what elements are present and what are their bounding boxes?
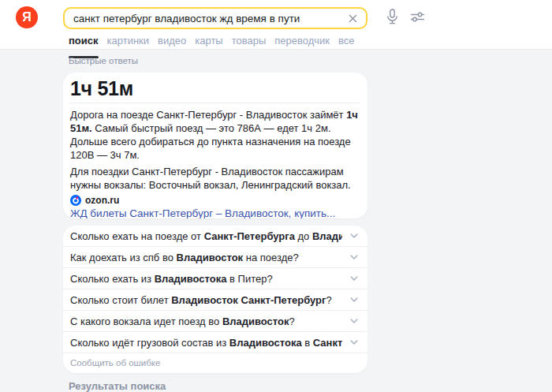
question-text: Сколько идёт грузовой состав из Владивос…: [70, 337, 342, 349]
question-row-3[interactable]: Сколько ехать из Владивостока в Питер?: [63, 268, 367, 289]
answer-paragraph-1-prefix: Дорога на поезде Санкт-Петербург - Влади…: [70, 109, 346, 121]
question-text: Сколько ехать из Владивостока в Питер?: [70, 273, 273, 285]
question-row-2[interactable]: Как доехать из спб во Владивосток на пое…: [63, 247, 367, 268]
chevron-down-icon: [349, 337, 360, 348]
voice-search-button[interactable]: [386, 9, 398, 25]
question-row-1[interactable]: Сколько ехать на поезде от Санкт-Петербу…: [63, 226, 367, 247]
tab-maps[interactable]: карты: [195, 35, 222, 51]
quick-answers-label: Быстрые ответы: [69, 56, 138, 65]
question-row-5[interactable]: С какого вокзала идет поезд во Владивост…: [63, 311, 367, 332]
question-text: Как доехать из спб во Владивосток на пое…: [70, 252, 299, 263]
tab-images[interactable]: картинки: [107, 35, 150, 51]
chevron-down-icon: [349, 273, 360, 284]
quick-answer-headline: 1ч 51м: [70, 78, 360, 99]
search-settings-button[interactable]: [410, 11, 425, 23]
answer-paragraph-2: Для поездки Санкт-Петербург - Владивосто…: [70, 165, 360, 192]
ozon-favicon: [70, 195, 81, 206]
question-row-6[interactable]: Сколько идёт грузовой состав из Владивос…: [63, 332, 367, 353]
tab-search[interactable]: поиск: [69, 35, 99, 51]
yandex-logo-letter: Я: [22, 10, 32, 24]
question-text: Сколько ехать на поезде от Санкт-Петербу…: [70, 230, 342, 242]
tab-goods[interactable]: товары: [232, 35, 267, 51]
source-domain: ozon.ru: [85, 195, 119, 206]
clear-search-button[interactable]: [346, 12, 359, 24]
tab-video[interactable]: видео: [158, 35, 186, 51]
answer-paragraph-1-suffix: Самый быстрый поезд — это 786А — едет 1ч…: [70, 122, 351, 161]
quick-answer-card: 1ч 51м Дорога на поезде Санкт-Петербург …: [63, 73, 367, 218]
chevron-down-icon: [349, 252, 360, 263]
source-link[interactable]: ЖД билеты Санкт-Петербург – Владивосток,…: [70, 207, 360, 218]
search-bar[interactable]: [63, 7, 367, 29]
x-icon: [348, 13, 358, 24]
question-text: С какого вокзала идет поезд во Владивост…: [70, 315, 295, 327]
answer-paragraph-1: Дорога на поезде Санкт-Петербург - Влади…: [70, 108, 360, 162]
microphone-icon: [386, 9, 398, 25]
search-tabs: поисккартинкивидеокартытоварыпереводчикв…: [69, 35, 355, 51]
header: Я поисккартинкивидеокартытоварыпереводчи…: [0, 0, 552, 50]
search-results-label: Результаты поиска: [69, 380, 166, 392]
tab-translate[interactable]: переводчик: [274, 35, 330, 51]
question-text: Сколько стоит билет Владивосток Санкт-Пе…: [70, 294, 332, 306]
questions-list: Сколько ехать на поезде от Санкт-Петербу…: [63, 226, 367, 353]
chevron-down-icon: [349, 294, 360, 305]
divider: [70, 103, 360, 103]
source-row[interactable]: ozon.ru: [70, 195, 360, 206]
yandex-logo[interactable]: Я: [16, 6, 38, 28]
questions-report-error-link[interactable]: Сообщить об ошибке: [63, 353, 367, 372]
question-row-4[interactable]: Сколько стоит билет Владивосток Санкт-Пе…: [63, 289, 367, 311]
chevron-down-icon: [349, 315, 360, 327]
related-questions-card: Сколько ехать на поезде от Санкт-Петербу…: [63, 226, 367, 373]
chevron-down-icon: [349, 230, 360, 241]
tune-icon: [410, 11, 425, 23]
tab-all[interactable]: все: [338, 35, 355, 51]
search-input[interactable]: [73, 13, 346, 24]
